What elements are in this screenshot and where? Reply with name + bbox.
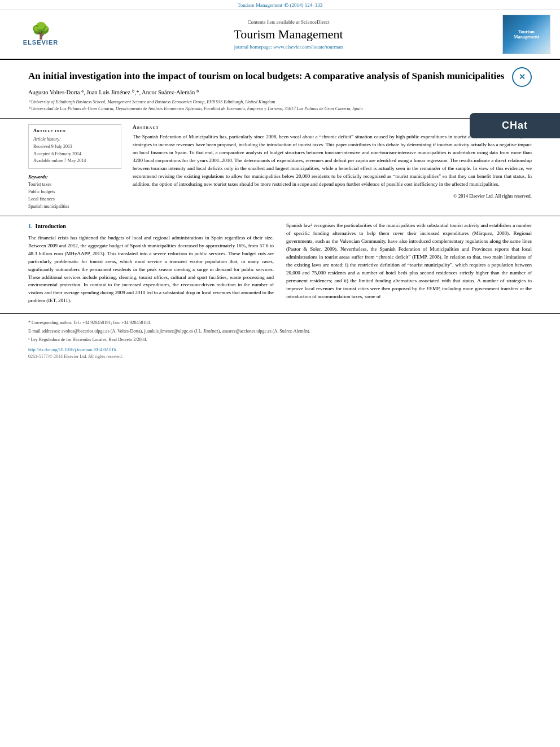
article-footer: * Corresponding author. Tel.: +34 928458…	[0, 313, 560, 363]
available-date: Available online 7 May 2014	[33, 158, 116, 165]
article-title: An initial investigation into the impact…	[28, 70, 532, 83]
intro-paragraph-1: The financial crisis has tightened the b…	[28, 234, 274, 305]
intro-paragraph-2: Spanish law¹ recognises the particularit…	[286, 222, 532, 300]
body-column-right: Spanish law¹ recognises the particularit…	[286, 222, 532, 308]
affiliation-a: ᵃ University of Edinburgh Business Schoo…	[28, 99, 532, 106]
article-info-column: Article info Article history: Received 9…	[28, 124, 121, 210]
email-label: E-mail addresses:	[28, 329, 60, 334]
email-line: E-mail addresses: avoltes@becarios.ulpgc…	[28, 328, 532, 335]
journal-citation: Tourism Management 45 (2014) 124–133	[0, 0, 560, 10]
journal-title: Tourism Management	[80, 27, 497, 42]
body-column-left: 1. Introduction The financial crisis has…	[28, 222, 274, 308]
body-content: 1. Introduction The financial crisis has…	[0, 216, 560, 308]
crossmark-icon: ✕	[512, 67, 532, 87]
science-direct-text: Contents lists available at ScienceDirec…	[248, 19, 330, 25]
journal-info-center: Contents lists available at ScienceDirec…	[80, 19, 497, 50]
footnote-1: ¹ Ley Reguladora de las Haciendas Locale…	[28, 337, 532, 344]
affiliation-b: ᵇ Universidad de Las Palmas de Gran Cana…	[28, 106, 532, 112]
journal-cover-image: TourismManagement	[502, 15, 553, 54]
received-date: Received 9 July 2013	[33, 143, 116, 151]
accepted-date: Accepted 6 February 2014	[33, 151, 116, 158]
journal-homepage: journal homepage: www.elsevier.com/locat…	[80, 44, 497, 50]
body-two-column: 1. Introduction The financial crisis has…	[28, 222, 532, 308]
author-list: Augusto Voltes-Dorta ᵃ, Juan Luis Jiméne…	[28, 89, 532, 95]
cover-title-text: TourismManagement	[514, 29, 539, 40]
article-title-section: ✕ An initial investigation into the impa…	[0, 60, 560, 119]
email-addresses: avoltes@becarios.ulpgc.es (A. Voltes-Dor…	[62, 329, 310, 334]
intro-heading-text: Introduction	[36, 223, 66, 229]
cover-thumbnail: TourismManagement	[502, 15, 550, 54]
elsevier-wordmark: ELSEVIER	[23, 39, 58, 46]
affiliations: ᵃ University of Edinburgh Business Schoo…	[28, 99, 532, 112]
history-label: Article history:	[33, 136, 116, 143]
chat-overlay[interactable]: CHat	[470, 113, 560, 138]
science-direct-info: Contents lists available at ScienceDirec…	[80, 19, 497, 25]
publisher-logo-area: 🌳 ELSEVIER	[7, 19, 75, 50]
two-column-layout: Article info Article history: Received 9…	[28, 124, 532, 210]
elsevier-logo: 🌳 ELSEVIER	[15, 19, 66, 50]
footer-footnotes: * Corresponding author. Tel.: +34 928458…	[28, 320, 532, 343]
chat-title[interactable]: CHat	[476, 120, 553, 132]
doi-link[interactable]: http://dx.doi.org/10.1016/j.tourman.2014…	[28, 347, 532, 352]
citation-text: Tourism Management 45 (2014) 124–133	[238, 2, 322, 8]
authors-text: Augusto Voltes-Dorta ᵃ, Juan Luis Jiméne…	[28, 89, 199, 95]
intro-heading: 1. Introduction	[28, 222, 274, 231]
journal-header: 🌳 ELSEVIER Contents lists available at S…	[0, 10, 560, 60]
section-number: 1.	[28, 223, 33, 229]
article-info-box: Article info Article history: Received 9…	[28, 124, 121, 169]
corresponding-author: * Corresponding author. Tel.: +34 928458…	[28, 320, 532, 327]
article-history: Article history: Received 9 July 2013 Ac…	[33, 136, 116, 165]
keywords-title: Keywords:	[28, 174, 121, 180]
abstract-text: The Spanish Federation of Municipalities…	[133, 133, 532, 189]
keywords-box: Keywords: Tourist taxesPublic budgetsLoc…	[28, 174, 121, 210]
tree-icon: 🌳	[31, 23, 51, 39]
crossmark-badge: ✕	[512, 67, 532, 87]
abstract-copyright: © 2014 Elsevier Ltd. All rights reserved…	[133, 193, 532, 199]
footer-copyright: 0261-5177/© 2014 Elsevier Ltd. All right…	[28, 354, 532, 359]
article-info-title: Article info	[33, 128, 116, 133]
keywords-list: Tourist taxesPublic budgetsLocal finance…	[28, 181, 121, 210]
